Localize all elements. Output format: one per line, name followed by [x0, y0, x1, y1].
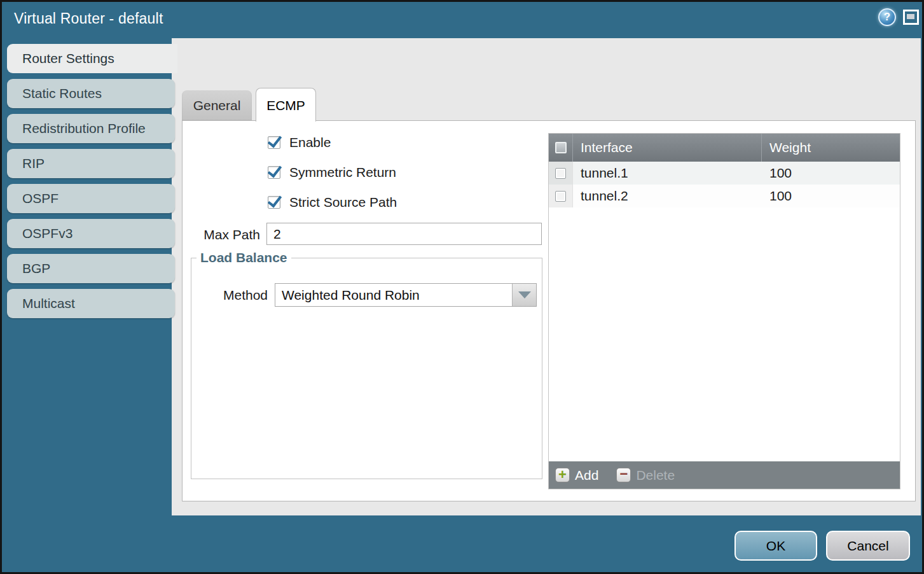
add-label: Add — [575, 468, 598, 483]
ecmp-panel: Enable Symmetric Return Strict Source Pa… — [182, 120, 916, 501]
delete-button[interactable]: − Delete — [616, 468, 675, 483]
checkbox-row: Enable — [268, 136, 397, 149]
max-path-label: Max Path — [194, 227, 260, 242]
cell-weight: 100 — [762, 162, 900, 185]
table-body: tunnel.1 100 tunnel.2 100 — [549, 162, 900, 207]
load-balance-fieldset: Load Balance Method Weighted Round Robin — [191, 250, 542, 479]
sidebar-item[interactable]: RIP — [7, 149, 175, 178]
virtual-router-dialog: Virtual Router - default ? Router Settin… — [0, 0, 924, 574]
chevron-down-icon — [518, 291, 531, 298]
sidebar-item[interactable]: Redistribution Profile — [7, 114, 175, 143]
tab-ecmp[interactable]: ECMP — [256, 88, 316, 122]
sidebar-item[interactable]: Multicast — [7, 289, 175, 318]
method-dropdown[interactable]: Weighted Round Robin — [275, 283, 537, 307]
checkbox-label: Enable — [280, 135, 331, 150]
checkbox[interactable] — [268, 166, 280, 179]
sidebar-item[interactable]: OSPFv3 — [7, 219, 175, 248]
select-all-checkbox[interactable] — [555, 142, 567, 153]
sidebar-item[interactable]: Static Routes — [7, 79, 175, 108]
row-checkbox[interactable] — [555, 191, 566, 202]
checkbox-row: Strict Source Path — [268, 196, 397, 209]
column-header-weight[interactable]: Weight — [762, 134, 900, 162]
tab-general[interactable]: General — [182, 90, 252, 121]
sidebar-item[interactable]: Router Settings — [7, 44, 177, 73]
add-plus-icon: + — [555, 468, 570, 482]
table-footer: + Add − Delete — [549, 461, 900, 489]
window-restore-icon[interactable] — [903, 10, 919, 25]
row-checkbox[interactable] — [555, 168, 566, 179]
column-header-interface[interactable]: Interface — [573, 134, 762, 162]
sidebar-item[interactable]: BGP — [7, 254, 175, 283]
title-bar: Virtual Router - default ? — [2, 2, 922, 38]
ecmp-checkbox-group: Enable Symmetric Return Strict Source Pa… — [268, 136, 397, 226]
cell-interface: tunnel.1 — [573, 162, 762, 185]
method-value: Weighted Round Robin — [275, 284, 512, 306]
load-balance-legend: Load Balance — [197, 250, 291, 265]
table-row[interactable]: tunnel.1 100 — [549, 162, 900, 185]
checkbox-label: Symmetric Return — [280, 165, 396, 180]
row-checkbox-cell — [549, 162, 573, 185]
cell-weight: 100 — [762, 185, 900, 207]
sidebar-item[interactable]: OSPF — [7, 184, 175, 213]
cell-interface: tunnel.2 — [573, 185, 762, 207]
add-button[interactable]: + Add — [555, 468, 598, 483]
dropdown-button[interactable] — [512, 284, 536, 306]
ecmp-interface-table: Interface Weight tunnel.1 100 — [548, 133, 900, 489]
dialog-title: Virtual Router - default — [14, 10, 163, 27]
checkbox[interactable] — [268, 136, 280, 149]
method-label: Method — [191, 288, 268, 303]
delete-minus-icon: − — [616, 468, 631, 482]
checkbox-label: Strict Source Path — [280, 195, 397, 210]
row-checkbox-cell — [549, 185, 573, 207]
ok-button[interactable]: OK — [734, 531, 817, 561]
table-header: Interface Weight — [549, 134, 900, 162]
help-icon[interactable]: ? — [878, 8, 896, 26]
cancel-button[interactable]: Cancel — [826, 531, 910, 561]
delete-label: Delete — [636, 468, 675, 483]
table-row[interactable]: tunnel.2 100 — [549, 185, 900, 207]
checkbox[interactable] — [268, 196, 280, 209]
header-checkbox-cell — [549, 134, 573, 162]
max-path-input[interactable] — [266, 223, 542, 245]
checkbox-row: Symmetric Return — [268, 166, 397, 179]
